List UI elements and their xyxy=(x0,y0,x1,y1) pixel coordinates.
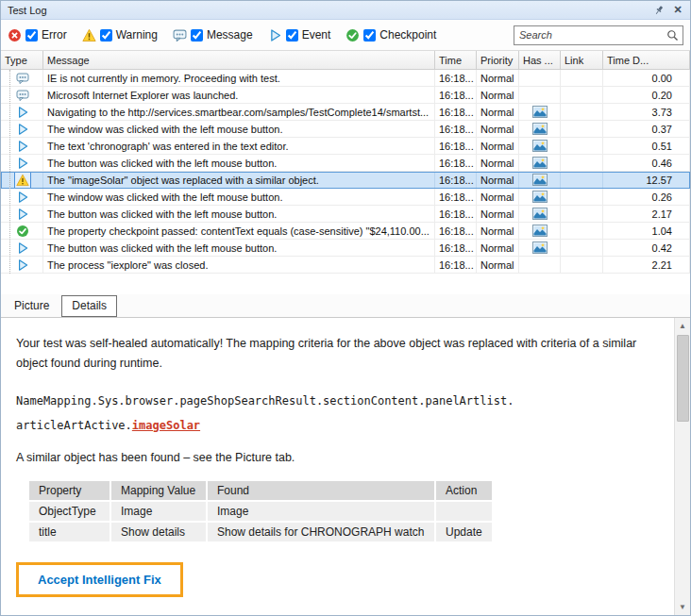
row-time-delta: 2.17 xyxy=(603,206,690,222)
row-has-picture xyxy=(519,240,561,256)
filter-checkpoint: Checkpoint xyxy=(346,28,436,42)
log-table-body: IE is not currently in memory. Proceedin… xyxy=(1,70,690,274)
row-has-picture xyxy=(519,121,561,137)
table-row[interactable]: IE is not currently in memory. Proceedin… xyxy=(1,70,690,87)
row-priority: Normal xyxy=(477,138,519,154)
similar-object-note: A similar object has been found – see th… xyxy=(16,451,663,464)
filter-error: Error xyxy=(8,28,67,42)
details-pane: Your test was self-healed automatically!… xyxy=(1,318,690,615)
scroll-up-icon[interactable]: ▲ xyxy=(675,318,691,334)
event-icon xyxy=(16,123,29,136)
picture-icon xyxy=(532,123,548,135)
warning-checkbox[interactable] xyxy=(100,29,112,42)
col-has-picture[interactable]: Has ... xyxy=(519,51,561,69)
warning-icon xyxy=(16,174,29,187)
filter-warning: Warning xyxy=(82,28,158,42)
accept-intelligent-fix-button[interactable]: Accept Intelligent Fix xyxy=(16,562,183,597)
event-checkbox[interactable] xyxy=(286,29,298,42)
row-message: The process "iexplore" was closed. xyxy=(43,257,435,273)
message-icon xyxy=(16,89,29,102)
table-row[interactable]: The button was clicked with the left mou… xyxy=(1,206,690,223)
table-row-selected[interactable]: The "imageSolar" object was replaced wit… xyxy=(1,172,690,189)
row-time: 16:18... xyxy=(435,155,477,171)
tab-picture[interactable]: Picture xyxy=(4,295,59,317)
message-checkbox[interactable] xyxy=(191,29,203,42)
table-row[interactable]: Microsoft Internet Explorer was launched… xyxy=(1,87,690,104)
row-message: The text 'chronograph' was entered in th… xyxy=(43,138,435,154)
row-type-cell xyxy=(1,172,43,188)
checkpoint-label: Checkpoint xyxy=(379,28,436,42)
row-time: 16:18... xyxy=(435,138,477,154)
col-action: Action xyxy=(436,481,492,500)
table-row[interactable]: The button was clicked with the left mou… xyxy=(1,240,690,257)
table-row[interactable]: The property checkpoint passed: contentT… xyxy=(1,223,690,240)
row-has-picture xyxy=(519,70,561,86)
cell-action[interactable]: Update xyxy=(436,523,492,541)
row-time-delta: 0.20 xyxy=(603,87,690,103)
pin-icon[interactable] xyxy=(651,3,666,17)
row-time: 16:18... xyxy=(435,189,477,205)
warning-icon xyxy=(82,28,96,42)
checkpoint-checkbox[interactable] xyxy=(363,29,376,42)
cell-action xyxy=(436,502,492,521)
row-time-delta: 0.00 xyxy=(603,70,690,86)
close-icon[interactable]: ✕ xyxy=(670,3,685,17)
details-content: Your test was self-healed automatically!… xyxy=(1,318,674,615)
event-icon xyxy=(16,140,29,153)
table-row: ObjectType Image Image xyxy=(29,502,492,521)
row-time: 16:18... xyxy=(435,87,477,103)
message-icon xyxy=(16,72,29,85)
row-priority: Normal xyxy=(477,240,519,256)
image-solar-link[interactable]: imageSolar xyxy=(132,419,200,432)
table-row[interactable]: The text 'chronograph' was entered in th… xyxy=(1,138,690,155)
row-message: The window was clicked with the left mou… xyxy=(43,121,435,137)
details-scrollbar[interactable]: ▲ ▼ xyxy=(674,318,690,615)
event-icon xyxy=(16,106,29,119)
row-has-picture xyxy=(519,138,561,154)
table-row[interactable]: The window was clicked with the left mou… xyxy=(1,189,690,206)
picture-icon xyxy=(532,208,548,220)
col-link[interactable]: Link xyxy=(561,51,603,69)
details-intro: Your test was self-healed automatically!… xyxy=(16,334,663,374)
picture-icon xyxy=(532,225,548,237)
row-priority: Normal xyxy=(477,206,519,222)
col-message[interactable]: Message xyxy=(43,51,435,69)
row-time-delta: 0.46 xyxy=(603,155,690,171)
col-time-delta[interactable]: Time D... xyxy=(603,51,690,69)
search-input[interactable] xyxy=(514,27,666,43)
table-row[interactable]: Navigating to the http://services.smartb… xyxy=(1,104,690,121)
col-time[interactable]: Time xyxy=(435,51,477,69)
table-row[interactable]: The process "iexplore" was closed. 16:18… xyxy=(1,257,690,274)
row-type-cell xyxy=(1,257,43,273)
col-type[interactable]: Type xyxy=(1,51,43,69)
row-message: The property checkpoint passed: contentT… xyxy=(43,223,435,239)
error-label: Error xyxy=(42,28,67,42)
search-icon[interactable] xyxy=(666,29,679,42)
row-time-delta: 0.26 xyxy=(603,189,690,205)
row-time-delta: 0.42 xyxy=(603,240,690,256)
col-priority[interactable]: Priority xyxy=(477,51,519,69)
row-time-delta: 0.51 xyxy=(603,138,690,154)
cell-mapping-value: Show details xyxy=(111,523,206,541)
row-link xyxy=(561,70,603,86)
row-time: 16:18... xyxy=(435,240,477,256)
row-message: Microsoft Internet Explorer was launched… xyxy=(43,87,435,103)
scrollbar-thumb[interactable] xyxy=(677,335,689,422)
row-type-cell xyxy=(1,240,43,256)
row-time-delta: 0.37 xyxy=(603,121,690,137)
row-time-delta: 3.73 xyxy=(603,104,690,120)
row-link xyxy=(561,223,603,239)
table-row[interactable]: The button was clicked with the left mou… xyxy=(1,155,690,172)
table-row[interactable]: The window was clicked with the left mou… xyxy=(1,121,690,138)
scroll-down-icon[interactable]: ▼ xyxy=(675,599,691,615)
row-message: Navigating to the http://services.smartb… xyxy=(43,104,435,120)
error-checkbox[interactable] xyxy=(25,29,38,42)
table-empty-area xyxy=(1,274,690,294)
event-icon xyxy=(268,28,282,42)
row-message: The button was clicked with the left mou… xyxy=(43,206,435,222)
row-time-delta: 1.04 xyxy=(603,223,690,239)
picture-icon xyxy=(532,174,548,186)
row-message: The button was clicked with the left mou… xyxy=(43,240,435,256)
log-table-header: Type Message Time Priority Has ... Link … xyxy=(1,51,690,70)
tab-details[interactable]: Details xyxy=(61,295,117,317)
